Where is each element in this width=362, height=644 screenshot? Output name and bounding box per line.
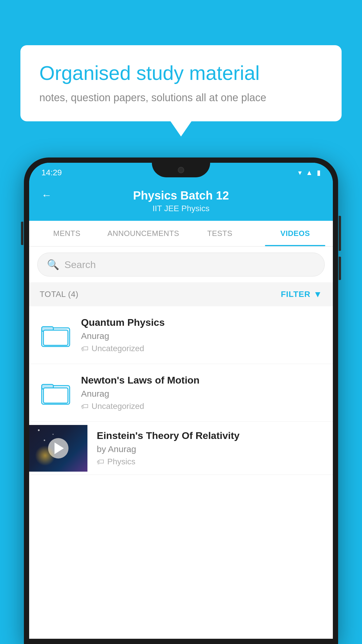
volume-down-button [339, 257, 341, 280]
bubble-subtitle: notes, question papers, solutions all at… [39, 92, 323, 104]
filter-bar: TOTAL (4) FILTER ▼ [29, 282, 333, 306]
back-button[interactable]: ← [41, 189, 52, 201]
status-time: 14:29 [41, 168, 62, 177]
play-icon [55, 442, 64, 454]
video-author: Anurag [81, 389, 322, 399]
search-icon: 🔍 [47, 259, 59, 270]
total-count: TOTAL (4) [40, 290, 78, 299]
svg-rect-5 [43, 388, 68, 403]
tag-label: Uncategorized [92, 344, 144, 353]
list-item[interactable]: Newton's Laws of Motion Anurag 🏷 Uncateg… [29, 364, 333, 422]
header-subtitle: IIT JEE Physics [152, 204, 210, 213]
tag-icon: 🏷 [81, 402, 89, 411]
signal-icon: ▲ [306, 169, 313, 177]
tab-tests[interactable]: TESTS [182, 221, 258, 246]
video-thumbnail [29, 425, 87, 472]
video-author: by Anurag [97, 444, 322, 454]
speech-bubble-container: Organised study material notes, question… [20, 45, 342, 121]
video-title: Quantum Physics [81, 317, 322, 328]
phone-notch [152, 163, 210, 177]
video-tag: 🏷 Uncategorized [81, 402, 322, 411]
status-icons: ▾ ▲ ▮ [298, 169, 321, 177]
front-camera [178, 167, 184, 173]
video-title: Newton's Laws of Motion [81, 374, 322, 386]
tag-label: Physics [107, 457, 135, 466]
volume-button [21, 222, 23, 245]
phone-inner: 14:29 ▾ ▲ ▮ ← Physics Batch 12 IIT JEE P… [29, 163, 333, 639]
video-folder-icon [40, 319, 72, 351]
filter-label: FILTER [281, 290, 310, 299]
video-info: Newton's Laws of Motion Anurag 🏷 Uncateg… [81, 374, 322, 411]
search-placeholder: Search [64, 259, 96, 270]
video-info: Einstein's Theory Of Relativity by Anura… [97, 422, 322, 475]
wifi-icon: ▾ [298, 169, 302, 177]
bubble-title: Organised study material [39, 61, 323, 85]
glow-effect [35, 445, 55, 466]
search-container: 🔍 Search [29, 247, 333, 282]
tag-icon: 🏷 [97, 457, 104, 466]
phone-frame: 14:29 ▾ ▲ ▮ ← Physics Batch 12 IIT JEE P… [24, 158, 338, 644]
video-folder-icon [40, 377, 72, 409]
search-bar[interactable]: 🔍 Search [37, 253, 325, 276]
tag-icon: 🏷 [81, 344, 89, 353]
tab-videos[interactable]: VIDEOS [257, 221, 333, 246]
video-tag: 🏷 Uncategorized [81, 344, 322, 353]
app-header: ← Physics Batch 12 IIT JEE Physics [29, 183, 333, 221]
tab-announcements[interactable]: ANNOUNCEMENTS [105, 221, 182, 246]
filter-button[interactable]: FILTER ▼ [281, 289, 322, 299]
tab-assignments[interactable]: MENTS [29, 221, 105, 246]
header-title: Physics Batch 12 [133, 189, 229, 202]
list-item[interactable]: Quantum Physics Anurag 🏷 Uncategorized [29, 306, 333, 364]
video-list: Quantum Physics Anurag 🏷 Uncategorized [29, 306, 333, 475]
tabs-bar: MENTS ANNOUNCEMENTS TESTS VIDEOS [29, 221, 333, 247]
video-author: Anurag [81, 331, 322, 341]
app-content: MENTS ANNOUNCEMENTS TESTS VIDEOS 🔍 Searc… [29, 221, 333, 639]
video-title: Einstein's Theory Of Relativity [97, 430, 322, 441]
speech-bubble: Organised study material notes, question… [20, 45, 342, 121]
video-info: Quantum Physics Anurag 🏷 Uncategorized [81, 317, 322, 353]
svg-rect-2 [43, 330, 68, 345]
tag-label: Uncategorized [92, 402, 144, 411]
power-button [339, 216, 341, 251]
battery-icon: ▮ [317, 169, 321, 177]
list-item[interactable]: Einstein's Theory Of Relativity by Anura… [29, 422, 333, 475]
video-tag: 🏷 Physics [97, 457, 322, 466]
filter-icon: ▼ [313, 289, 322, 299]
